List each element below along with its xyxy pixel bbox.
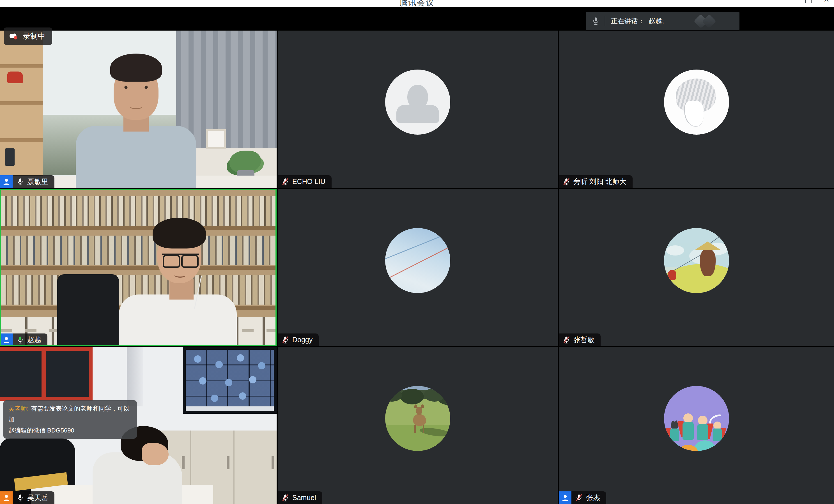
tencent-meeting-window: 腾讯会议 ✕ 正在讲话： 赵越; 录制中 — [0, 0, 834, 504]
chat-message-overlay: 吴老师:有需要发表论文的老师和同学，可以加 赵编辑的微信 BDG5690 — [3, 400, 137, 439]
mic-muted-icon — [563, 336, 570, 344]
presence-person-icon — [0, 175, 13, 188]
participant-nameplate: 赵越 — [0, 333, 47, 346]
chat-line2: 赵编辑的微信 BDG5690 — [8, 427, 74, 434]
cloud-recording-icon — [8, 32, 19, 40]
video-tile-wu-tianyue[interactable]: 吴老师:有需要发表论文的老师和同学，可以加 赵编辑的微信 BDG5690 吴天岳 — [0, 347, 277, 504]
window-title: 腾讯会议 — [400, 0, 435, 7]
avatar-cartoon-bear-flying-kite — [664, 228, 729, 293]
wall-tv — [183, 347, 277, 414]
red-toy-horse — [7, 71, 23, 83]
tv-participant-dots — [194, 355, 201, 363]
avatar-default-person — [385, 69, 450, 135]
participant-name: 张哲敏 — [573, 335, 594, 345]
presence-person-icon — [559, 491, 571, 504]
mic-muted-icon — [281, 494, 289, 502]
red-window-frame — [0, 347, 93, 401]
speaking-names: 赵越; — [649, 17, 664, 25]
curtain-fold — [127, 347, 143, 407]
person-hair — [110, 53, 162, 82]
person-hair — [153, 218, 206, 248]
shelf-item — [5, 148, 15, 166]
participant-grid: 聂敏里 ECHO LIU — [0, 0, 834, 504]
deer — [413, 414, 426, 426]
participant-name: ECHO LIU — [292, 178, 325, 186]
video-tile-echo-liu[interactable]: ECHO LIU — [278, 30, 558, 188]
mom-figure — [697, 416, 708, 440]
recording-label: 录制中 — [23, 31, 45, 41]
avatar-sky-with-kite-lines — [385, 228, 450, 293]
mic-muted-icon — [281, 336, 289, 344]
kid-figure — [712, 421, 722, 441]
video-tile-zhang-zhemin[interactable]: 张哲敏 — [559, 189, 834, 346]
video-tile-liu-yang[interactable]: 旁听 刘阳 北师大 — [559, 30, 834, 188]
participant-nameplate: 旁听 刘阳 北师大 — [559, 175, 633, 188]
participant-name: Doggy — [292, 336, 312, 344]
deer-legs — [414, 425, 425, 433]
speaking-indicator: 正在讲话： 赵越; — [586, 12, 740, 30]
recording-badge: 录制中 — [4, 27, 52, 45]
mic-muted-icon — [575, 494, 583, 502]
person-face — [142, 443, 169, 465]
photo-frame — [206, 129, 226, 149]
avatar-pencil-sketch-boy — [664, 69, 729, 135]
close-window-icon[interactable]: ✕ — [824, 0, 830, 3]
office-chair — [57, 274, 119, 345]
video-tile-doggy[interactable]: Doggy — [278, 189, 558, 346]
presence-person-icon — [0, 491, 13, 504]
video-feed — [1, 190, 276, 345]
participant-nameplate: 聂敏里 — [0, 175, 54, 188]
participant-nameplate: ECHO LIU — [278, 175, 332, 188]
person-shirt — [119, 294, 237, 346]
avatar-superhero-family-cartoon — [664, 386, 729, 451]
deer-head — [416, 407, 422, 415]
glasses — [162, 254, 199, 267]
participant-nameplate: 张哲敏 — [559, 333, 600, 346]
presence-person-icon — [0, 333, 13, 346]
mic-on-icon — [16, 178, 24, 186]
participant-name: 赵越 — [27, 335, 41, 345]
tencent-meeting-logo-icon — [693, 14, 721, 29]
window-controls: ✕ — [805, 0, 830, 3]
participant-nameplate: 张杰 — [559, 491, 606, 504]
dad-figure — [682, 413, 694, 440]
speaking-label: 正在讲话： — [611, 17, 645, 25]
avatar-deer-on-grassland — [385, 386, 450, 451]
participant-name: Samuel — [292, 494, 316, 502]
participant-name: 聂敏里 — [27, 177, 48, 186]
restore-window-icon[interactable] — [805, 0, 812, 3]
participant-name: 旁听 刘阳 北师大 — [573, 177, 627, 186]
video-tile-zhang-jie[interactable]: 张杰 — [559, 347, 834, 504]
chat-sender: 吴老师: — [8, 405, 29, 412]
bear — [700, 249, 716, 276]
participant-name: 张杰 — [586, 493, 600, 502]
red-figure — [668, 270, 676, 280]
mic-speaking-icon — [16, 336, 24, 344]
video-tile-zhao-yue-active-speaker[interactable]: 赵越 — [0, 189, 277, 346]
mic-muted-icon — [281, 178, 289, 186]
straw-hat — [695, 241, 721, 250]
participant-nameplate: Samuel — [278, 491, 322, 504]
divider — [605, 16, 606, 26]
mouth — [174, 272, 186, 278]
mic-on-icon — [16, 494, 24, 502]
microphone-icon — [592, 17, 600, 25]
video-feed — [0, 30, 277, 188]
clouds — [666, 245, 684, 256]
mic-muted-icon — [563, 178, 570, 186]
participant-name: 吴天岳 — [27, 493, 48, 502]
person-body — [76, 126, 196, 188]
participant-nameplate: 吴天岳 — [0, 491, 54, 504]
video-tile-samuel[interactable]: Samuel — [278, 347, 558, 504]
tv-taskbar — [186, 407, 274, 411]
video-tile-nie-minli[interactable]: 聂敏里 — [0, 30, 277, 188]
window-titlebar: 腾讯会议 ✕ — [0, 0, 834, 7]
participant-nameplate: Doggy — [278, 333, 319, 346]
